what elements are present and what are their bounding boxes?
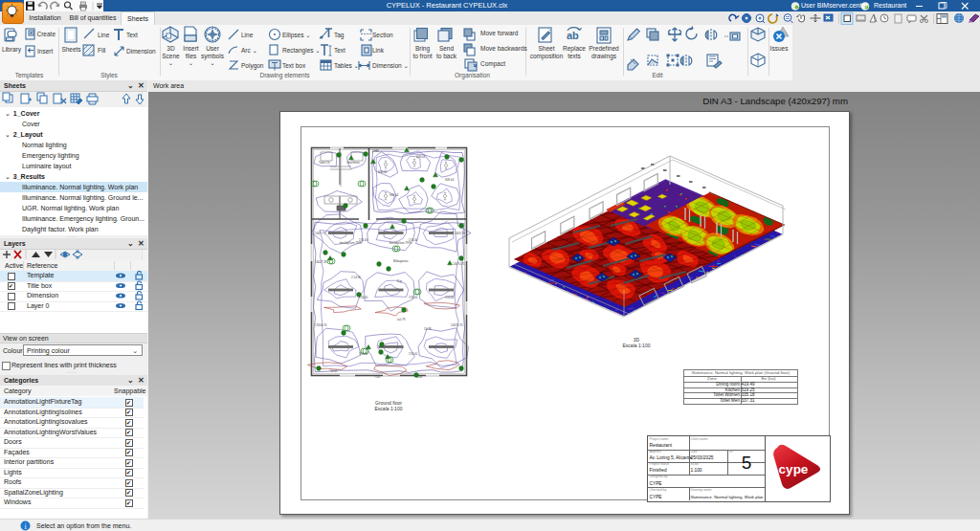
svg-text:8.tp: 8.tp <box>397 279 402 283</box>
svg-text:cype: cype <box>779 462 809 476</box>
svg-text:14.02: 14.02 <box>330 369 338 373</box>
svg-text:909.04: 909.04 <box>416 155 426 159</box>
svg-text:bm.kbp/lum.797h: bm.kbp/lum.797h <box>340 241 362 245</box>
svg-text:2.14.90: 2.14.90 <box>351 276 361 279</box>
svg-text:909.04: 909.04 <box>378 170 388 174</box>
svg-text:14070.75: 14070.75 <box>453 262 465 266</box>
svg-text:174.00: 174.00 <box>409 352 418 356</box>
svg-text:7.04: 7.04 <box>374 375 380 379</box>
svg-text:174.00: 174.00 <box>409 296 418 299</box>
svg-text:1407.73: 1407.73 <box>315 232 325 235</box>
svg-text:Machines: Machines <box>347 161 360 165</box>
svg-text:1.04: 1.04 <box>416 375 422 379</box>
svg-text:174.00: 174.00 <box>359 352 368 356</box>
svg-text:909.04: 909.04 <box>390 193 399 197</box>
svg-text:909.04: 909.04 <box>445 178 455 182</box>
svg-text:14070.70: 14070.70 <box>451 323 463 327</box>
svg-text:t=0.78: t=0.78 <box>397 318 406 321</box>
svg-text:174.00: 174.00 <box>445 296 455 299</box>
svg-text:DHM: DHM <box>372 149 379 153</box>
svg-text:17004.70: 17004.70 <box>315 323 327 327</box>
svg-text:Bldiagonais: Bldiagonais <box>393 259 409 263</box>
svg-text:bm.kbp/lum.797h: bm.kbp/lum.797h <box>390 241 412 245</box>
svg-text:1403.78: 1403.78 <box>455 232 465 235</box>
svg-text:14.78: 14.78 <box>424 327 432 331</box>
svg-text:Toilet Ch: Toilet Ch <box>319 161 330 165</box>
svg-text:174.00: 174.00 <box>359 296 368 299</box>
svg-text:14027.28: 14027.28 <box>315 260 327 264</box>
